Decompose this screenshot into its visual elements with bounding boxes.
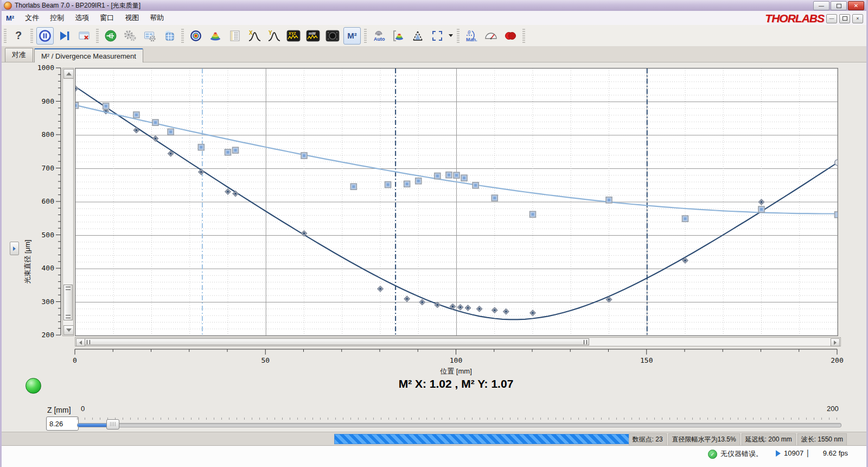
save-data-button[interactable]: [161, 27, 178, 45]
frame-counter: 10907: [784, 449, 803, 457]
z-slider[interactable]: [77, 416, 840, 432]
menu-control[interactable]: 控制: [44, 11, 69, 25]
log-button[interactable]: [226, 27, 244, 45]
roi-button[interactable]: [429, 27, 446, 45]
instrument-status-text: 无仪器错误。: [720, 449, 763, 459]
panel-expander-button[interactable]: [10, 242, 19, 255]
data-point-x-center: [608, 299, 610, 300]
data-point-x-center: [406, 298, 407, 300]
divergence-icon: [411, 29, 424, 42]
help-button[interactable]: ?: [10, 27, 27, 45]
xyz-chart-button[interactable]: XYZ: [285, 27, 302, 45]
x-profile-button[interactable]: XYZX: [246, 27, 263, 45]
thumb-grip[interactable]: [66, 315, 71, 318]
x-profile-icon: XYZX: [248, 29, 261, 42]
power-chart-button[interactable]: mW: [304, 27, 322, 45]
close-button[interactable]: ✕: [848, 1, 864, 10]
menu-help[interactable]: 帮助: [144, 11, 169, 25]
mdi-close-button[interactable]: ×: [852, 14, 863, 23]
settings-button[interactable]: [122, 27, 139, 45]
thumb-grip[interactable]: [87, 340, 90, 344]
toolbar: ? XY: [2, 25, 866, 47]
minimize-button[interactable]: —: [813, 1, 829, 10]
beam-caustic-plot[interactable]: [75, 68, 838, 336]
manual-angle-button[interactable]: θMan.: [463, 27, 480, 45]
scroll-down-button[interactable]: [63, 325, 74, 335]
menu-window[interactable]: 窗口: [94, 11, 119, 25]
z-value-input[interactable]: [46, 416, 79, 431]
horizontal-scroll-thumb[interactable]: [85, 338, 589, 345]
auto-exposure-button[interactable]: Auto: [370, 27, 387, 45]
target-icon: [189, 29, 202, 42]
play-step-icon: [58, 29, 71, 42]
data-point-x-center: [379, 288, 381, 289]
data-point-y-center: [474, 184, 477, 187]
beam-profile-button[interactable]: [390, 27, 407, 45]
z-slider-handle[interactable]: [106, 419, 119, 430]
camera-button[interactable]: [324, 27, 341, 45]
step-button[interactable]: [56, 27, 73, 45]
up-arrow-icon: [66, 72, 72, 75]
z-slider-track[interactable]: [77, 423, 841, 427]
restore-button[interactable]: [831, 1, 847, 10]
toolbar-grip[interactable]: [522, 29, 525, 43]
data-point-x-center: [136, 129, 137, 131]
menu-options[interactable]: 选项: [69, 11, 94, 25]
y-tick-label: 200: [42, 331, 54, 339]
data-point-x-center: [200, 171, 202, 173]
mdi-minimize-button[interactable]: —: [826, 14, 837, 23]
menu-view[interactable]: 视图: [119, 11, 144, 25]
scroll-up-button[interactable]: [63, 69, 74, 79]
m2-button[interactable]: M²: [343, 27, 361, 45]
vertical-scrollbar[interactable]: [62, 68, 74, 336]
thumb-grip[interactable]: [66, 287, 71, 290]
check-icon: ✓: [708, 450, 717, 459]
scroll-right-button[interactable]: [831, 338, 840, 346]
toolbar-grip[interactable]: [96, 29, 99, 43]
toolbar-grip[interactable]: [181, 29, 184, 43]
record-button[interactable]: [502, 27, 519, 45]
toolbar-grip[interactable]: [364, 29, 367, 43]
roi-dropdown-arrow[interactable]: [449, 34, 453, 37]
pause-button[interactable]: [36, 27, 54, 45]
tab-alignment[interactable]: 对准: [5, 48, 33, 62]
vertical-scroll-thumb[interactable]: [63, 285, 73, 320]
svg-text:X: X: [249, 30, 253, 36]
m2-icon: M²: [347, 31, 357, 40]
fit-end-marker-y[interactable]: [835, 212, 839, 218]
mdi-restore-button[interactable]: [839, 14, 850, 23]
toolbar-grip[interactable]: [30, 29, 33, 43]
chart-panel: 光束直径 [μm] 2003004005006007008009001000 0…: [2, 62, 866, 432]
play-indicator-icon: [776, 450, 781, 457]
app-icon: [4, 2, 12, 10]
data-point-y-center: [75, 104, 77, 107]
z-min-label: 0: [81, 405, 85, 413]
horizontal-scrollbar[interactable]: [75, 337, 841, 346]
mdi-restore-icon: [843, 16, 847, 21]
alignment-button[interactable]: [187, 27, 205, 45]
menu-file[interactable]: 文件: [20, 11, 44, 25]
title-bar[interactable]: Thorlabs Beam 7.0 - BP209IR1 - [光束质量] — …: [2, 0, 866, 11]
menu-m2[interactable]: M²: [2, 12, 20, 24]
divergence-button[interactable]: [409, 27, 426, 45]
xyz-chart-icon: XYZ: [286, 29, 301, 42]
data-point-x-center: [155, 137, 156, 139]
m2-result-text: M² X: 1.02 , M² Y: 1.07: [75, 377, 837, 390]
beam-3d-icon: [209, 29, 222, 42]
gauge-button[interactable]: [482, 27, 500, 45]
y-profile-button[interactable]: Y: [265, 27, 283, 45]
thumb-grip[interactable]: [584, 340, 587, 344]
data-point-y-center: [417, 180, 420, 182]
toolbar-grip[interactable]: [4, 29, 7, 43]
settings-window-icon: [143, 29, 156, 42]
scroll-left-button[interactable]: [76, 338, 85, 346]
tab-m2-divergence[interactable]: M² / Divergence Measurement: [34, 48, 143, 62]
z-label: Z [mm]: [47, 406, 71, 414]
data-point-x-center: [452, 306, 454, 307]
toolbar-grip[interactable]: [457, 29, 459, 43]
fit-end-marker-x[interactable]: [835, 160, 839, 166]
close-measurement-button[interactable]: [75, 27, 93, 45]
beam-3d-button[interactable]: [207, 27, 224, 45]
device-connect-button[interactable]: [102, 27, 119, 45]
device-settings-button[interactable]: [141, 27, 158, 45]
